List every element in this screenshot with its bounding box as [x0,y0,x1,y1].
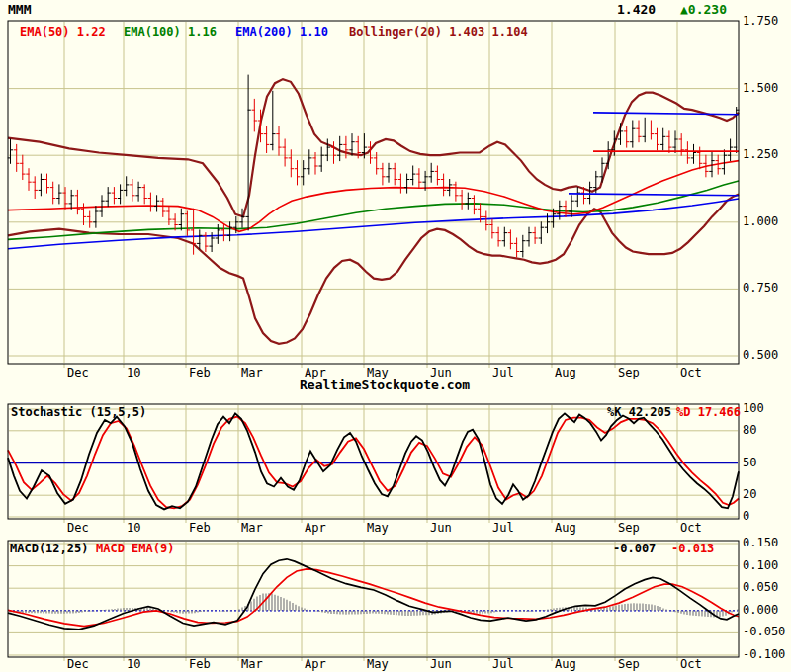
x-axis-label-10-row3: 10 [127,658,140,671]
stochastic-ytick-100: 100 [743,402,764,415]
macd-signal-value: -0.013 [671,543,714,555]
trendline-2 [569,194,739,196]
price-ytick-0.750: 0.750 [743,282,778,294]
macd-value: -0.007 [613,543,656,555]
price-ytick-1.750: 1.750 [743,15,778,28]
x-axis-label-dec-row1: Dec [67,367,89,379]
x-axis-label-mar-row3: Mar [241,658,263,671]
price-ytick-1.000: 1.000 [743,215,778,228]
x-axis-label-feb-row3: Feb [189,658,211,671]
candles-up [8,75,739,257]
macd-ytick-0.000: 0.000 [743,604,778,617]
stochastic-ytick-50: 50 [743,457,756,469]
macd-ytick-0.100: 0.100 [743,559,778,572]
stochastic-title: Stochastic (15,5,5) [11,406,146,419]
x-axis-label-jul-row1: Jul [492,367,514,379]
macd-ytick-0.150: 0.150 [743,537,778,549]
x-axis-label-oct-row1: Oct [680,367,702,379]
legend-ema200: EMA(200) 1.10 [235,26,328,39]
last-price: 1.420 [617,3,656,16]
stochastic-d-value: %D 17.466 [676,406,741,419]
macd-ytick--0.100: -0.100 [743,648,785,661]
x-axis-label-10-row2: 10 [127,522,140,535]
macd-ytick-0.050: 0.050 [743,581,778,594]
stochastic-k-value: %K 42.205 [607,406,671,419]
x-axis-label-jun-row3: Jun [430,658,452,671]
x-axis-label-jul-row3: Jul [492,658,514,671]
legend-bollinger: Bollinger(20) 1.403 1.104 [349,26,528,39]
x-axis-label-aug-row2: Aug [555,522,576,535]
price-ytick-1.500: 1.500 [743,82,778,95]
x-axis-label-jun-row2: Jun [430,522,452,535]
x-axis-label-apr-row2: Apr [305,522,326,535]
x-axis-label-oct-row2: Oct [680,522,702,535]
x-axis-label-aug-row3: Aug [555,658,576,671]
price-change: ▲0.230 [680,3,727,16]
macd-ytick--0.050: -0.050 [743,626,785,638]
stochastic-ytick-80: 80 [743,424,756,437]
x-axis-label-sep-row3: Sep [618,658,640,671]
price-ytick-1.250: 1.250 [743,148,778,161]
x-axis-label-may-row3: May [367,658,389,671]
macd-signal-line [8,569,739,627]
x-axis-label-jun-row1: Jun [430,367,452,379]
x-axis-label-feb-row1: Feb [189,367,211,379]
x-axis-label-sep-row2: Sep [618,522,640,535]
legend-ema100: EMA(100) 1.16 [124,26,217,39]
ema50-line [8,161,739,232]
x-axis-label-apr-row1: Apr [305,367,326,379]
x-axis-label-aug-row1: Aug [555,367,576,379]
x-axis-label-mar-row2: Mar [241,522,263,535]
bollinger-lower-band [8,194,739,343]
x-axis-label-may-row2: May [367,522,389,535]
x-axis-label-may-row1: May [367,367,389,379]
stock-chart-page: { "header": {"symbol": "MMM", "last": "1… [0,0,791,672]
ema100-line [8,181,739,240]
price-ytick-0.500: 0.500 [743,349,778,362]
x-axis-label-sep-row1: Sep [618,367,640,379]
stochastic-ytick-0: 0 [743,510,749,523]
x-axis-label-jul-row2: Jul [492,522,514,535]
x-axis-label-mar-row1: Mar [241,367,263,379]
macd-title: MACD(12,25) [10,543,88,555]
symbol-title: MMM [8,3,31,16]
watermark: RealtimeStockquote.com [300,378,470,391]
x-axis-label-dec-row2: Dec [67,522,89,535]
x-axis-label-oct-row3: Oct [680,658,702,671]
x-axis-label-apr-row3: Apr [305,658,326,671]
x-axis-label-dec-row3: Dec [67,658,89,671]
chart-canvas [0,0,791,672]
stochastic-ytick-20: 20 [743,488,756,501]
macd-signal-title: MACD EMA(9) [96,543,174,555]
price-panel-border [8,21,739,364]
x-axis-label-10-row1: 10 [127,367,140,379]
macd-histogram [11,593,738,617]
gridlines [9,22,738,661]
legend-ema50: EMA(50) 1.22 [20,26,106,39]
x-axis-label-feb-row2: Feb [189,522,211,535]
